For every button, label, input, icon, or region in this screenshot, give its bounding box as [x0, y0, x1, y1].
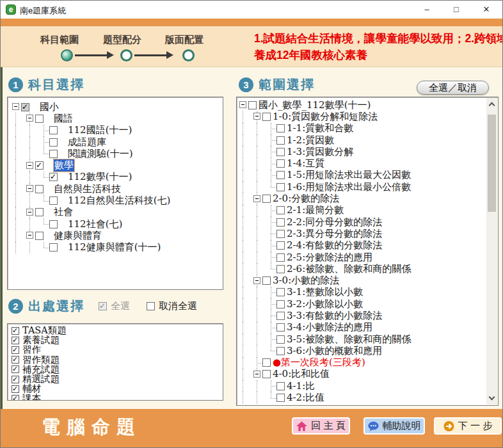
tree-label[interactable]: 國小_數學_112數學(十一) [259, 99, 371, 111]
collapse-icon[interactable] [26, 162, 33, 169]
collapse-icon[interactable] [253, 277, 260, 284]
source-checkbox[interactable] [12, 356, 19, 364]
tree-checkbox[interactable] [35, 232, 44, 240]
tree-checkbox[interactable] [49, 138, 58, 147]
home-button[interactable]: 回 主 頁 [292, 417, 350, 435]
tree-checkbox[interactable] [276, 253, 285, 262]
tree-checkbox[interactable] [21, 103, 29, 111]
step-circle[interactable] [182, 49, 195, 61]
tree-label[interactable]: 2-0:分數的除法 [273, 193, 339, 205]
tree-label[interactable]: 112自然與生活科技(七) [68, 195, 170, 207]
tree-label[interactable]: 1-0:質因數分解和短除法 [273, 111, 378, 123]
tree-checkbox[interactable] [262, 195, 271, 203]
tree-checkbox[interactable] [262, 370, 271, 378]
tree-label[interactable]: 健康與體育 [54, 230, 102, 242]
tree-label[interactable]: 成語題庫 [68, 136, 106, 148]
scrollbar[interactable] [486, 98, 497, 404]
tree-label[interactable]: 112健康與體育(十一) [68, 241, 161, 253]
tree-label[interactable]: 3-1:整數除以小數 [287, 286, 363, 298]
tree-label[interactable]: 3-3:有餘數的小數除法 [287, 310, 382, 322]
tree-label[interactable]: 自然與生活科技 [54, 183, 121, 195]
tree-label[interactable]: 4-2:比值 [287, 392, 324, 404]
help-button[interactable]: 輔助說明 [363, 417, 425, 435]
tree-checkbox[interactable] [276, 300, 285, 308]
tree-checkbox[interactable] [276, 382, 285, 390]
tree-label[interactable]: 112國語(十一) [68, 124, 132, 136]
tree-label[interactable]: 國語 [54, 113, 73, 125]
tree-checkbox[interactable] [276, 241, 285, 250]
tree-label[interactable]: 2-5:分數除法的應用 [287, 252, 372, 264]
tree-label[interactable]: 3-2:小數除以小數 [287, 298, 363, 310]
tree-checkbox[interactable] [276, 265, 285, 273]
tree-label[interactable]: 社會 [54, 206, 73, 218]
tree-checkbox[interactable] [276, 394, 285, 402]
tree-checkbox[interactable] [276, 312, 285, 320]
tree-checkbox[interactable] [262, 113, 271, 121]
tree-checkbox[interactable] [49, 150, 58, 158]
tree-label[interactable]: 1-6:用短除法求出最小公倍數 [287, 181, 411, 193]
tree-label[interactable]: 112數學(十一) [68, 171, 132, 183]
tree-checkbox[interactable] [276, 136, 285, 145]
collapse-icon[interactable] [26, 185, 33, 192]
source-checkbox[interactable] [12, 365, 19, 373]
collapse-icon[interactable] [26, 232, 33, 239]
source-checkbox[interactable] [12, 385, 19, 393]
tree-checkbox[interactable] [35, 161, 44, 170]
tree-checkbox[interactable] [262, 358, 271, 367]
tree-label[interactable]: 閱讀測驗(十一) [68, 148, 133, 160]
collapse-icon[interactable] [253, 371, 260, 378]
tree-checkbox[interactable] [49, 243, 58, 252]
source-checkbox[interactable] [12, 376, 19, 383]
source-checkbox[interactable] [12, 395, 19, 401]
close-button[interactable]: ✕ [474, 1, 499, 19]
tree-label[interactable]: 3-0:小數的除法 [273, 275, 339, 287]
step-circle-active[interactable] [61, 49, 73, 61]
source-checkbox[interactable] [12, 337, 19, 344]
tree-label[interactable]: 2-4:有餘數的分數除法 [287, 239, 382, 252]
collapse-icon[interactable] [253, 113, 260, 120]
select-all-toggle-button[interactable]: 全選／取消 [417, 81, 489, 95]
maximize-button[interactable]: □ [443, 1, 469, 19]
source-label[interactable]: 課本 [22, 392, 41, 401]
tree-label[interactable]: 3-5:被除數、除數和商的關係 [287, 333, 411, 346]
tree-checkbox[interactable] [262, 276, 271, 285]
scroll-up-icon[interactable] [489, 102, 495, 109]
deselect-all-checkbox[interactable] [147, 302, 155, 310]
tree-label[interactable]: 2-2:同分母分數的除法 [287, 216, 382, 228]
select-all-checkbox[interactable] [99, 302, 107, 310]
collapse-icon[interactable] [12, 103, 19, 110]
tree-checkbox[interactable] [276, 159, 285, 168]
collapse-icon[interactable] [26, 115, 33, 122]
tree-label[interactable]: ●第一次段考(三段考) [273, 356, 365, 369]
tree-label[interactable]: 1-5:用短除法求出最大公因數 [287, 169, 411, 181]
scroll-down-icon[interactable] [489, 394, 495, 401]
scrollbar-thumb[interactable] [488, 115, 496, 212]
source-checkbox[interactable] [12, 327, 19, 335]
tree-label[interactable]: 4-0:比和比值 [273, 368, 330, 380]
collapse-icon[interactable] [26, 209, 33, 216]
tree-checkbox[interactable] [276, 323, 285, 332]
tree-label[interactable]: 4-1:比 [287, 380, 315, 392]
tree-checkbox[interactable] [49, 173, 58, 181]
tree-checkbox[interactable] [35, 208, 44, 216]
tree-checkbox[interactable] [276, 124, 285, 132]
minimize-button[interactable]: – [414, 1, 440, 19]
tree-label[interactable]: 2-3:異分母分數的除法 [287, 228, 382, 240]
tree-checkbox[interactable] [35, 185, 44, 193]
tree-label[interactable]: 1-4:互質 [287, 157, 324, 170]
tree-checkbox[interactable] [248, 101, 257, 109]
tree-checkbox[interactable] [35, 115, 44, 123]
tree-checkbox[interactable] [276, 148, 285, 156]
tree-checkbox[interactable] [276, 230, 285, 238]
collapse-icon[interactable] [239, 101, 246, 108]
tree-checkbox[interactable] [276, 347, 285, 355]
tree-label[interactable]: 1-2:質因數 [287, 134, 334, 147]
tree-label[interactable]: 2-1:最簡分數 [287, 204, 344, 216]
next-step-button[interactable]: 下 一 步 [434, 417, 502, 435]
tree-label[interactable]: 112社會(七) [68, 218, 122, 230]
source-checkbox[interactable] [12, 346, 19, 354]
tree-checkbox[interactable] [49, 220, 58, 228]
tree-checkbox[interactable] [276, 206, 285, 214]
tree-checkbox[interactable] [276, 218, 285, 227]
tree-label[interactable]: 1-3:質因數分解 [287, 146, 353, 158]
